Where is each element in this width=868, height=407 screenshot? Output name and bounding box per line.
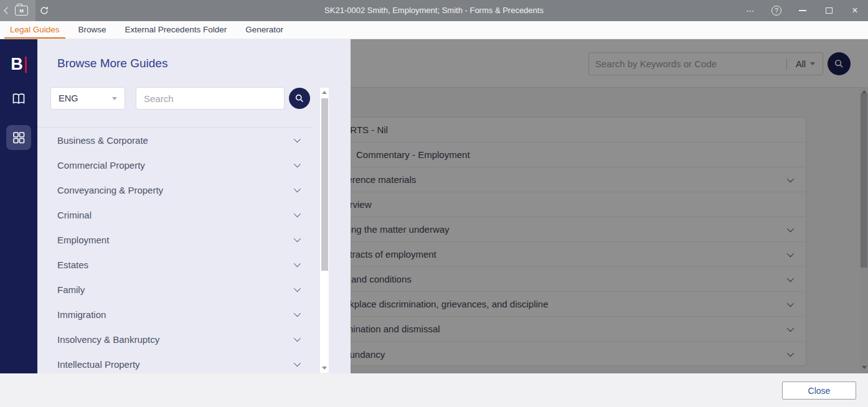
chevron-down-icon[interactable] — [294, 210, 301, 217]
minimize-icon — [799, 10, 806, 11]
close-button[interactable]: Close — [782, 381, 856, 400]
book-icon — [11, 92, 26, 106]
category-label: Criminal — [57, 210, 92, 220]
close-icon: × — [852, 5, 857, 16]
panel-search-box — [136, 87, 285, 110]
category-employment[interactable]: Employment — [37, 227, 311, 252]
tab-generator[interactable]: Generator — [240, 21, 289, 39]
maximize-icon — [826, 7, 833, 14]
chevron-down-icon[interactable] — [294, 235, 301, 242]
category-insolvency-bankruptcy[interactable]: Insolvency & Bankruptcy — [37, 327, 311, 352]
chevron-down-icon — [112, 97, 117, 100]
sidebar-item-guides-book[interactable] — [6, 87, 31, 111]
dialog-footer: Close — [0, 373, 868, 407]
category-estates[interactable]: Estates — [37, 252, 311, 277]
guide-category-list: Business & Corporate Commercial Property… — [37, 127, 311, 377]
brand-logo: B — [11, 56, 27, 73]
category-label: Estates — [57, 260, 88, 270]
logo-letter: B — [11, 56, 23, 73]
chevron-down-icon[interactable] — [294, 360, 301, 367]
close-window-button[interactable]: × — [842, 0, 868, 21]
sidebar-item-browse-grid[interactable] — [6, 125, 31, 150]
language-dropdown[interactable]: ENG — [50, 87, 125, 110]
help-button[interactable]: ? — [763, 0, 790, 21]
chevron-down-icon[interactable] — [294, 260, 301, 267]
scroll-down-icon[interactable] — [322, 367, 327, 370]
panel-title: Browse More Guides — [57, 57, 167, 70]
category-immigration[interactable]: Immigration — [37, 302, 311, 327]
app-window: M SK21-0002 Smith, Employment; Smith - F… — [0, 0, 868, 407]
category-business-corporate[interactable]: Business & Corporate — [37, 128, 311, 152]
browse-more-guides-panel: Browse More Guides ENG Business & Corpor… — [37, 39, 351, 373]
help-icon: ? — [771, 6, 781, 16]
category-label: Business & Corporate — [57, 135, 148, 146]
panel-search-button[interactable] — [289, 88, 310, 109]
chevron-down-icon[interactable] — [294, 161, 301, 167]
category-intellectual-property[interactable]: Intellectual Property — [37, 352, 311, 377]
chevron-down-icon[interactable] — [294, 310, 301, 317]
category-commercial-property[interactable]: Commercial Property — [37, 152, 311, 177]
panel-search-input[interactable] — [136, 88, 284, 109]
grid-icon — [12, 131, 26, 144]
chevron-down-icon[interactable] — [294, 285, 301, 292]
category-label: Immigration — [57, 309, 106, 320]
search-icon — [295, 93, 304, 103]
panel-scrollbar-thumb[interactable] — [321, 98, 328, 271]
maximize-button[interactable] — [816, 0, 842, 21]
tab-external-precedents-folder[interactable]: External Precedents Folder — [120, 21, 233, 39]
category-family[interactable]: Family — [37, 277, 311, 302]
tab-bar: Legal Guides Browse External Precedents … — [0, 21, 868, 39]
category-criminal[interactable]: Criminal — [37, 202, 311, 227]
chevron-down-icon[interactable] — [294, 185, 301, 192]
category-label: Commercial Property — [57, 160, 145, 171]
category-label: Family — [57, 284, 85, 295]
titlebar: M SK21-0002 Smith, Employment; Smith - F… — [0, 0, 868, 21]
category-conveyancing-property[interactable]: Conveyancing & Property — [37, 177, 311, 202]
category-label: Insolvency & Bankruptcy — [57, 334, 159, 345]
ellipsis-icon: ⋯ — [746, 6, 755, 16]
chevron-down-icon[interactable] — [294, 335, 301, 342]
minimize-button[interactable] — [790, 0, 816, 21]
window-controls: ⋯ ? × — [737, 0, 868, 21]
tab-browse[interactable]: Browse — [73, 21, 112, 39]
category-label: Conveyancing & Property — [57, 185, 163, 195]
language-value: ENG — [59, 93, 78, 103]
scroll-up-icon[interactable] — [322, 91, 327, 94]
tab-legal-guides[interactable]: Legal Guides — [4, 21, 65, 39]
category-label: Employment — [57, 235, 109, 245]
more-options-button[interactable]: ⋯ — [737, 0, 763, 21]
logo-red-bar — [25, 57, 27, 73]
modal-dim-overlay — [351, 39, 868, 373]
category-label: Intellectual Property — [57, 359, 140, 370]
chevron-down-icon[interactable] — [294, 136, 301, 143]
sidebar: B — [0, 39, 37, 373]
